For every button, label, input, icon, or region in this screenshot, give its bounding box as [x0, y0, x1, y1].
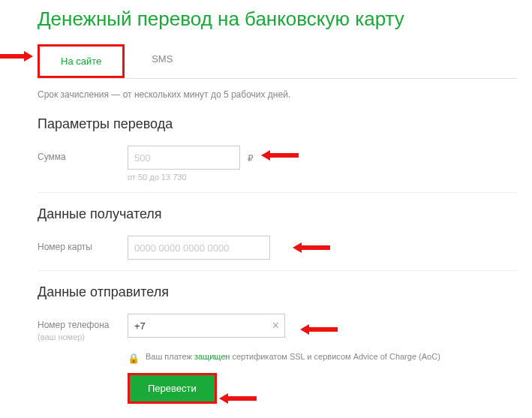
lock-icon: 🔒	[128, 353, 140, 364]
card-label: Номер карты	[38, 236, 128, 254]
card-input[interactable]	[128, 236, 270, 260]
phone-input[interactable]	[128, 314, 285, 338]
arrow-icon	[219, 393, 257, 404]
section-sender: Данные отправителя	[38, 284, 517, 300]
submit-button[interactable]: Перевести	[130, 375, 215, 401]
tab-sms[interactable]: SMS	[125, 44, 200, 78]
arrow-icon	[0, 51, 33, 62]
credit-note: Срок зачисления — от нескольких минут до…	[38, 89, 517, 100]
divider	[38, 192, 517, 193]
tab-site[interactable]: На сайте	[38, 44, 125, 78]
amount-input[interactable]	[128, 146, 240, 170]
section-params: Параметры перевода	[38, 116, 517, 132]
amount-hint: от 50 до 13 730	[128, 173, 254, 182]
page-title: Денежный перевод на банковскую карту	[38, 8, 517, 31]
amount-label: Сумма	[38, 146, 128, 164]
phone-sublabel: (ваш номер)	[38, 332, 128, 342]
currency-symbol: ₽	[248, 153, 254, 164]
clear-icon[interactable]: ×	[272, 320, 279, 332]
phone-label: Номер телефона	[38, 320, 109, 330]
divider	[38, 270, 517, 271]
tabs: На сайте SMS	[38, 44, 517, 79]
section-recipient: Данные получателя	[38, 206, 517, 222]
security-text: Ваш платеж защищен сертификатом SSL и се…	[146, 351, 440, 362]
